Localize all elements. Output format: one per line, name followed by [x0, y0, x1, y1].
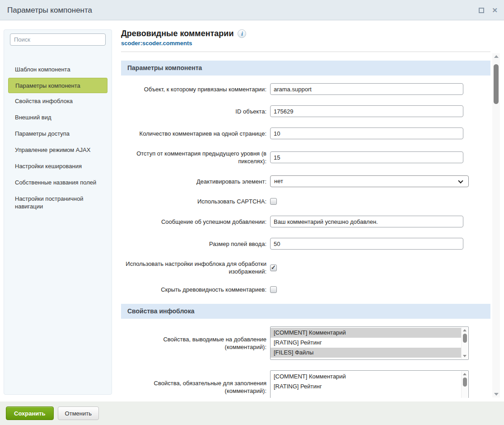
- cancel-button[interactable]: Отменить: [58, 406, 99, 420]
- scrollbar-thumb[interactable]: [463, 334, 467, 343]
- form-row: Количество комментариев на одной страниц…: [121, 128, 490, 139]
- settings-sidebar: Шаблон компонента Параметры компонента С…: [4, 29, 112, 395]
- window-controls: ✕: [479, 0, 498, 20]
- field-label: Отступ от комментария предыдущего уровня…: [121, 150, 266, 165]
- form-row: ID объекта:: [121, 105, 490, 117]
- multiselect-option[interactable]: [COMMENT] Комментарий: [271, 328, 461, 338]
- maximize-icon[interactable]: [479, 8, 484, 13]
- form-scroll-area: Параметры компонента Объект, к которому …: [121, 52, 490, 398]
- save-button[interactable]: Сохранить: [6, 406, 54, 420]
- scroll-up-icon[interactable]: [494, 55, 499, 58]
- field-label: Сообщение об успешном добавлении:: [121, 218, 266, 226]
- select-value: нет: [274, 178, 283, 184]
- field-label: Объект, к которому привязаны комментарии…: [121, 85, 266, 93]
- use-iblock-image-settings-checkbox[interactable]: [270, 264, 277, 271]
- content-header: Древовидные комментарии i: [121, 29, 246, 38]
- form-row: Сообщение об успешном добавлении:: [121, 216, 490, 227]
- input-size-input[interactable]: [270, 238, 463, 250]
- dialog-body: Шаблон компонента Параметры компонента С…: [0, 21, 504, 401]
- field-label: Использовать CAPTCHA:: [121, 198, 266, 205]
- form-row: Деактивировать элемент: нет: [121, 175, 490, 187]
- dialog-footer: Сохранить Отменить: [0, 401, 504, 425]
- field-label: Скрыть древовидность комментариев:: [121, 286, 266, 293]
- field-label: Количество комментариев на одной страниц…: [121, 130, 266, 137]
- bind-object-input[interactable]: [270, 83, 463, 95]
- field-label: Свойства, обязательные для заполнения (к…: [121, 379, 266, 395]
- sidebar-menu: Шаблон компонента Параметры компонента С…: [4, 61, 112, 214]
- use-captcha-checkbox[interactable]: [270, 198, 277, 205]
- sidebar-item-custom-field-names[interactable]: Собственные названия полей: [4, 175, 112, 191]
- sidebar-item-infoblock-properties[interactable]: Свойства инфоблока: [4, 93, 112, 109]
- form-row: Свойства, выводимые на добавление (комме…: [121, 326, 490, 360]
- hide-tree-checkbox[interactable]: [270, 286, 277, 293]
- main-scrollbar[interactable]: [492, 53, 500, 397]
- dialog-titlebar: Параметры компонента ✕: [0, 0, 504, 20]
- multiselect-scrollbar[interactable]: [461, 327, 468, 359]
- success-message-input[interactable]: [270, 216, 463, 227]
- sidebar-item-appearance[interactable]: Внешний вид: [4, 109, 112, 126]
- form-row: Размер полей ввода:: [121, 238, 490, 250]
- form-row: Использовать CAPTCHA:: [121, 198, 490, 205]
- component-name: scoder:scoder.comments: [121, 40, 192, 47]
- scroll-up-icon[interactable]: [463, 373, 467, 375]
- object-id-input[interactable]: [270, 105, 463, 117]
- scroll-down-icon[interactable]: [494, 393, 499, 396]
- sidebar-item-pagination-settings[interactable]: Настройки постраничной навигации: [4, 191, 112, 214]
- multiselect-option[interactable]: [COMMENT] Комментарий: [271, 372, 461, 382]
- sidebar-item-access-parameters[interactable]: Параметры доступа: [4, 126, 112, 142]
- deactivate-element-select[interactable]: нет: [270, 175, 469, 187]
- section-header-infoblock-properties: Свойства инфоблока: [121, 304, 490, 319]
- field-label: Размер полей ввода:: [121, 240, 266, 248]
- dialog-title: Параметры компонента: [0, 0, 504, 20]
- field-label: Использовать настройки инфоблока для обр…: [121, 260, 266, 275]
- form-row: Объект, к которому привязаны комментарии…: [121, 83, 490, 95]
- page-title: Древовидные комментарии: [121, 29, 233, 38]
- multiselect-scrollbar[interactable]: [461, 371, 468, 398]
- multiselect-option[interactable]: [RATING] Рейтинг: [271, 338, 461, 348]
- sidebar-item-ajax-mode[interactable]: Управление режимом AJAX: [4, 142, 112, 158]
- multiselect-option[interactable]: [FILES] Файлы: [271, 348, 461, 358]
- props-display-multiselect[interactable]: [COMMENT] Комментарий [RATING] Рейтинг […: [270, 326, 469, 360]
- scrollbar-thumb[interactable]: [494, 64, 499, 104]
- search-input[interactable]: [10, 33, 106, 46]
- chevron-down-icon: [458, 178, 463, 183]
- info-icon[interactable]: i: [238, 29, 246, 38]
- form-row: Использовать настройки инфоблока для обр…: [121, 260, 490, 275]
- field-label: Деактивировать элемент:: [121, 178, 266, 185]
- scroll-up-icon[interactable]: [463, 329, 467, 331]
- form-row: Отступ от комментария предыдущего уровня…: [121, 150, 490, 165]
- field-label: ID объекта:: [121, 108, 266, 115]
- comments-per-page-input[interactable]: [270, 128, 463, 139]
- form-row: Свойства, обязательные для заполнения (к…: [121, 370, 490, 398]
- sidebar-item-component-parameters[interactable]: Параметры компонента: [8, 78, 107, 93]
- form-row: Скрыть древовидность комментариев:: [121, 286, 490, 293]
- close-icon[interactable]: ✕: [492, 7, 498, 14]
- scrollbar-thumb[interactable]: [463, 378, 467, 387]
- props-required-multiselect[interactable]: [COMMENT] Комментарий [RATING] Рейтинг: [270, 370, 469, 398]
- indent-input[interactable]: [270, 151, 463, 163]
- scroll-down-icon[interactable]: [463, 355, 467, 357]
- sidebar-item-cache-settings[interactable]: Настройки кеширования: [4, 158, 112, 175]
- sidebar-item-component-template[interactable]: Шаблон компонента: [4, 61, 112, 78]
- field-label: Свойства, выводимые на добавление (комме…: [121, 335, 266, 351]
- section-header-component-parameters: Параметры компонента: [121, 61, 490, 76]
- multiselect-option[interactable]: [RATING] Рейтинг: [271, 382, 461, 392]
- component-parameters-dialog: Параметры компонента ✕ Шаблон компонента…: [0, 0, 504, 425]
